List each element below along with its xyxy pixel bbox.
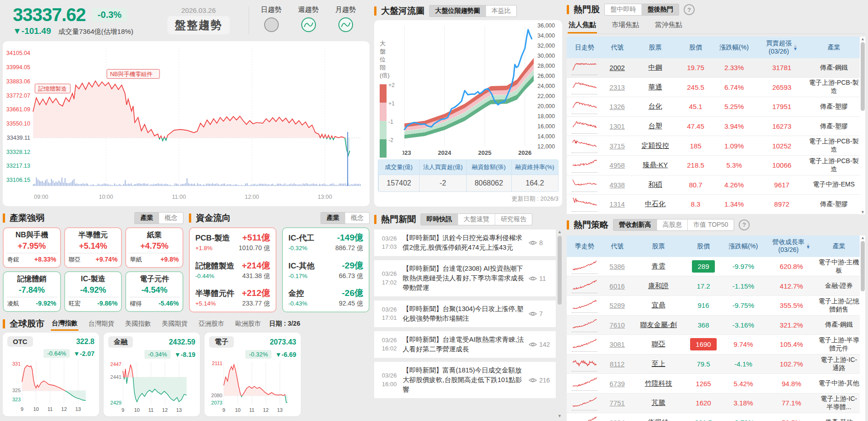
column-header[interactable]: 漲跌幅(%) [722,240,765,253]
hotstocks-subtab-1[interactable]: 市場焦點 [611,18,640,33]
table-row-6739[interactable]: 6739竹陞科技12655.42%94.8%電子中游-其他 [567,374,860,394]
column-header[interactable]: 產業 [818,240,860,253]
stock-code-link[interactable]: 2002 [603,64,632,71]
stock-code-link[interactable]: 4938 [603,181,632,189]
moneyflow-item-半導體元件[interactable]: 半導體元件+212億+5.14%233.77 億 [195,287,270,308]
stock-name-link[interactable]: 中鋼 [632,63,679,72]
stock-name-link[interactable]: 康和證 [632,282,685,290]
scroll-thumb[interactable] [861,241,865,291]
help-icon[interactable]: ? [684,4,695,15]
leader-stock-name[interactable]: 聯亞 [69,256,81,264]
column-header[interactable]: 產業 [808,41,860,55]
table-scrollbar[interactable]: ▲▼ [860,37,865,214]
sort-desc-icon[interactable]: ▼ [806,246,811,249]
column-header[interactable]: 股價 [685,240,722,253]
stock-code-link[interactable]: 6739 [603,380,632,388]
industry-tab-0[interactable]: 產業 [135,213,159,224]
global-tab-3[interactable]: 美國期貨 [161,318,188,330]
moneyflow-item-記憶體製造[interactable]: 記憶體製造+214億-0.44%431.38 億 [195,260,270,280]
column-header[interactable]: 代號 [603,240,632,253]
table-row-4958[interactable]: 4958臻鼎-KY218.55.3%10066電子上游-PCB-製造 [567,156,860,175]
stock-name-link[interactable]: 衛司特 [632,418,685,421]
table-row-1301[interactable]: 1301台塑47.453.94%16273傳產-塑膠 [567,117,860,137]
table-row-2002[interactable]: 2002中鋼19.752.33%31781傳產-鋼鐵 [567,58,860,78]
scroll-down-arrow[interactable]: ▼ [860,210,865,214]
stock-name-link[interactable]: 竹陞科技 [632,379,685,388]
industry-tab-1[interactable]: 概念 [159,213,183,224]
table-row-4938[interactable]: 4938和碩80.74.26%9617電子中游-EMS [567,175,860,195]
stock-name-link[interactable]: 聯友金屬-創 [632,321,685,329]
table-row-7751[interactable]: 7751芃騰16203.18%77.1%電子上游-IC-半導體... [567,394,860,413]
table-row-8112[interactable]: 8112至上79.5-4.1%102.7%電子上游-IC-通路 [567,355,860,374]
scroll-up-arrow[interactable]: ▲ [557,230,562,234]
scroll-thumb[interactable] [861,42,865,111]
global-tab-2[interactable]: 美國指數 [124,318,152,330]
hotstocks-subtab-0[interactable]: 法人焦點 [568,18,597,33]
stock-name-link[interactable]: 聯亞 [632,340,685,349]
leader-stock-name[interactable]: 奇鋐 [7,256,19,264]
hotstocks-tab-0[interactable]: 盤中即時 [605,4,641,15]
global-market-card-OTC[interactable]: OTC322.8-0.64%▼-2.07910111213331325323 [3,333,99,416]
stock-code-link[interactable]: 2313 [603,83,632,91]
scroll-thumb[interactable] [558,236,562,305]
table-row-5289[interactable]: 5289宜鼎916-9.75%355.5%電子上游-記憶體銷售 [567,296,860,316]
strategy-tab-1[interactable]: 高股息 [657,219,687,230]
stock-code-link[interactable]: 6894 [603,419,632,421]
column-header[interactable]: 股票 [632,240,685,253]
table-row-6016[interactable]: 6016康和證17.2-1.15%412.7%金融-證券 [567,276,860,296]
moneyflow-item-PCB-製造[interactable]: PCB-製造+511億+1.8%1010.70 億 [195,232,270,252]
sort-desc-icon[interactable]: ▼ [793,48,798,50]
news-scrollbar[interactable]: ▲▼ [557,230,562,418]
industry-card-半導體元[interactable]: 半導體元+5.14%聯亞+9.74% [64,227,122,268]
global-tab-1[interactable]: 台灣期貨 [88,318,115,330]
table-row-2313[interactable]: 2313華通245.56.74%26593電子上游-PCB-製造 [567,78,860,98]
global-tab-5[interactable]: 歐洲股市 [234,318,262,330]
hotstocks-tab-1[interactable]: 盤後熱門 [641,4,679,15]
stock-code-link[interactable]: 5386 [603,262,632,270]
stock-name-link[interactable]: 定穎投控 [632,142,679,150]
stock-name-link[interactable]: 至上 [632,360,685,368]
table-row-3715[interactable]: 3715定穎投控1851.09%10252電子上游-PCB-製造 [567,136,860,156]
stock-code-link[interactable]: 1301 [603,122,632,130]
table-row-3081[interactable]: 3081聯亞16909.74%105.4%電子上游-半導體元件 [567,335,860,355]
column-header[interactable]: 股價 [679,41,713,55]
news-item-3[interactable]: 03/2616:02【即時新聞】台達電受AI散熱需求青睞,法人看好第二季營運成長… [374,331,556,358]
scroll-up-arrow[interactable]: ▲ [860,37,865,41]
column-header[interactable]: 日走勢 [567,41,603,55]
sortable-column-header[interactable]: 買賣超張(03/26)▲▼ [756,37,808,58]
column-header[interactable]: 代號 [603,41,632,55]
moneyflow-item-IC-其他[interactable]: IC-其他-29億-0.17%66.73 億 [288,260,363,280]
news-item-0[interactable]: 03/2617:03【即時新聞】汎銓今日控光焱專利侵權求償2億元,股價漲停鎖死4… [374,230,556,256]
stock-code-link[interactable]: 7610 [603,321,632,329]
leader-stock-name[interactable]: 華紙 [130,256,142,264]
industry-card-NB與手機[interactable]: NB與手機+7.95%奇鋐+8.33% [3,227,61,268]
stock-code-link[interactable]: 5289 [603,301,632,309]
stock-code-link[interactable]: 6016 [603,282,632,290]
industry-card-IC-製造[interactable]: IC-製造-4.92%旺宏-9.86% [64,271,122,312]
moneyflow-item-金控[interactable]: 金控-26億-0.43%92.45 億 [288,287,363,308]
help-icon[interactable]: ? [739,219,750,230]
table-row-1326[interactable]: 1326台化45.15.25%17951傳產-塑膠 [567,97,860,117]
stock-code-link[interactable]: 3715 [603,142,632,150]
industry-card-紙業[interactable]: 紙業+4.75%華紙+9.8% [125,227,183,268]
river-tab-0[interactable]: 大盤位階趨勢圖 [430,5,486,16]
news-item-2[interactable]: 03/2617:01【即時新聞】台聚(1304)今日攻上漲停,塑化股強勢帶動市場… [374,301,556,327]
news-item-1[interactable]: 03/2617:02【即時新聞】台達電(2308) AI投資熱潮下散熱供應鏈受法… [374,260,556,296]
stock-code-link[interactable]: 1326 [603,103,632,110]
table-row-5386[interactable]: 5386青雲289-9.97%620.8%電子中游-主機板 [567,257,860,277]
strategy-tab-0[interactable]: 營收創新高 [614,219,657,230]
global-tab-4[interactable]: 亞洲股市 [198,318,225,330]
industry-card-電子元件[interactable]: 電子元件-4.54%櫂得-5.46% [125,271,183,312]
leader-stock-name[interactable]: 旺宏 [69,300,81,308]
global-market-card-電子[interactable]: 電子2073.43-0.32%▼-6.699101112132111208020… [205,333,301,416]
leader-stock-name[interactable]: 凌航 [7,300,19,308]
news-tab-1[interactable]: 大盤速覽 [458,214,495,225]
global-tab-0[interactable]: 台灣指數 [51,317,78,331]
news-tab-0[interactable]: 即時快訊 [421,214,458,225]
hotstocks-subtab-2[interactable]: 當沖焦點 [654,18,683,33]
moneyflow-tab-1[interactable]: 概念 [345,213,369,224]
column-header[interactable]: 漲跌幅(%) [713,41,756,55]
stock-code-link[interactable]: 7751 [603,399,632,407]
stock-code-link[interactable]: 3081 [603,340,632,348]
strategy-tab-2[interactable]: 市值 TOP50 [687,219,734,230]
